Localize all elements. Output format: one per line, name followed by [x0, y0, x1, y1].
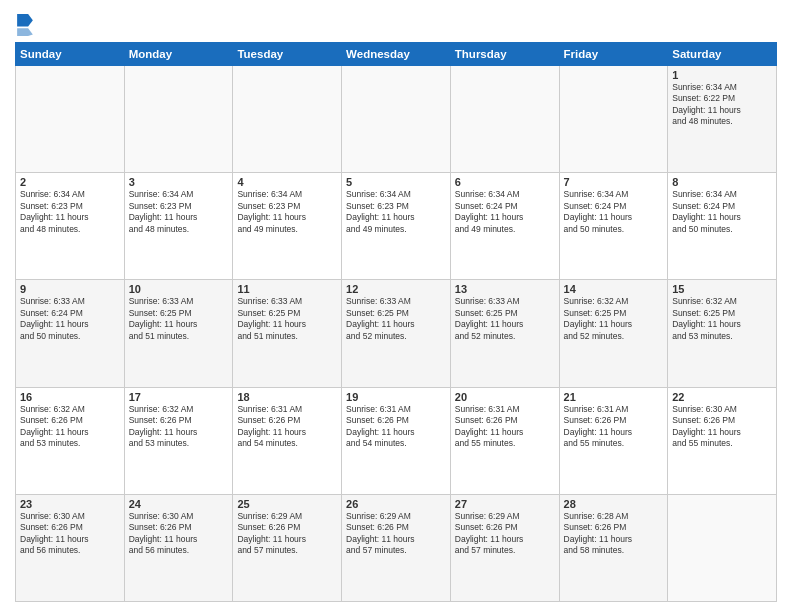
day-info: Sunrise: 6:33 AM Sunset: 6:25 PM Dayligh… [237, 296, 337, 342]
day-info: Sunrise: 6:30 AM Sunset: 6:26 PM Dayligh… [20, 511, 120, 557]
calendar-cell: 5Sunrise: 6:34 AM Sunset: 6:23 PM Daylig… [342, 173, 451, 280]
calendar-cell: 13Sunrise: 6:33 AM Sunset: 6:25 PM Dayli… [450, 280, 559, 387]
day-info: Sunrise: 6:28 AM Sunset: 6:26 PM Dayligh… [564, 511, 664, 557]
col-header-tuesday: Tuesday [233, 43, 342, 66]
day-number: 4 [237, 176, 337, 188]
calendar-cell: 27Sunrise: 6:29 AM Sunset: 6:26 PM Dayli… [450, 494, 559, 601]
day-info: Sunrise: 6:32 AM Sunset: 6:26 PM Dayligh… [129, 404, 229, 450]
calendar-cell: 10Sunrise: 6:33 AM Sunset: 6:25 PM Dayli… [124, 280, 233, 387]
day-number: 12 [346, 283, 446, 295]
day-number: 17 [129, 391, 229, 403]
calendar-cell: 19Sunrise: 6:31 AM Sunset: 6:26 PM Dayli… [342, 387, 451, 494]
calendar-cell [559, 66, 668, 173]
calendar: SundayMondayTuesdayWednesdayThursdayFrid… [15, 42, 777, 602]
col-header-wednesday: Wednesday [342, 43, 451, 66]
calendar-cell: 9Sunrise: 6:33 AM Sunset: 6:24 PM Daylig… [16, 280, 125, 387]
day-info: Sunrise: 6:31 AM Sunset: 6:26 PM Dayligh… [346, 404, 446, 450]
day-number: 11 [237, 283, 337, 295]
calendar-cell: 11Sunrise: 6:33 AM Sunset: 6:25 PM Dayli… [233, 280, 342, 387]
calendar-week-1: 1Sunrise: 6:34 AM Sunset: 6:22 PM Daylig… [16, 66, 777, 173]
calendar-header-row: SundayMondayTuesdayWednesdayThursdayFrid… [16, 43, 777, 66]
calendar-cell: 21Sunrise: 6:31 AM Sunset: 6:26 PM Dayli… [559, 387, 668, 494]
calendar-cell: 8Sunrise: 6:34 AM Sunset: 6:24 PM Daylig… [668, 173, 777, 280]
header [15, 10, 777, 36]
calendar-cell: 4Sunrise: 6:34 AM Sunset: 6:23 PM Daylig… [233, 173, 342, 280]
calendar-cell: 2Sunrise: 6:34 AM Sunset: 6:23 PM Daylig… [16, 173, 125, 280]
calendar-cell: 23Sunrise: 6:30 AM Sunset: 6:26 PM Dayli… [16, 494, 125, 601]
day-number: 23 [20, 498, 120, 510]
calendar-cell: 6Sunrise: 6:34 AM Sunset: 6:24 PM Daylig… [450, 173, 559, 280]
calendar-cell: 12Sunrise: 6:33 AM Sunset: 6:25 PM Dayli… [342, 280, 451, 387]
day-number: 3 [129, 176, 229, 188]
col-header-sunday: Sunday [16, 43, 125, 66]
page: SundayMondayTuesdayWednesdayThursdayFrid… [0, 0, 792, 612]
calendar-week-2: 2Sunrise: 6:34 AM Sunset: 6:23 PM Daylig… [16, 173, 777, 280]
day-info: Sunrise: 6:34 AM Sunset: 6:23 PM Dayligh… [237, 189, 337, 235]
calendar-cell: 15Sunrise: 6:32 AM Sunset: 6:25 PM Dayli… [668, 280, 777, 387]
day-info: Sunrise: 6:33 AM Sunset: 6:25 PM Dayligh… [455, 296, 555, 342]
day-number: 20 [455, 391, 555, 403]
day-info: Sunrise: 6:33 AM Sunset: 6:24 PM Dayligh… [20, 296, 120, 342]
day-info: Sunrise: 6:34 AM Sunset: 6:22 PM Dayligh… [672, 82, 772, 128]
day-info: Sunrise: 6:32 AM Sunset: 6:25 PM Dayligh… [672, 296, 772, 342]
day-number: 8 [672, 176, 772, 188]
day-info: Sunrise: 6:30 AM Sunset: 6:26 PM Dayligh… [672, 404, 772, 450]
day-number: 28 [564, 498, 664, 510]
day-info: Sunrise: 6:34 AM Sunset: 6:24 PM Dayligh… [672, 189, 772, 235]
calendar-cell [124, 66, 233, 173]
day-info: Sunrise: 6:31 AM Sunset: 6:26 PM Dayligh… [564, 404, 664, 450]
svg-marker-0 [17, 14, 33, 27]
calendar-cell [668, 494, 777, 601]
day-number: 15 [672, 283, 772, 295]
calendar-cell: 25Sunrise: 6:29 AM Sunset: 6:26 PM Dayli… [233, 494, 342, 601]
calendar-week-5: 23Sunrise: 6:30 AM Sunset: 6:26 PM Dayli… [16, 494, 777, 601]
calendar-cell: 20Sunrise: 6:31 AM Sunset: 6:26 PM Dayli… [450, 387, 559, 494]
logo-icon [17, 14, 33, 36]
day-info: Sunrise: 6:29 AM Sunset: 6:26 PM Dayligh… [237, 511, 337, 557]
calendar-cell: 3Sunrise: 6:34 AM Sunset: 6:23 PM Daylig… [124, 173, 233, 280]
calendar-cell [16, 66, 125, 173]
day-number: 2 [20, 176, 120, 188]
col-header-thursday: Thursday [450, 43, 559, 66]
day-number: 24 [129, 498, 229, 510]
day-number: 1 [672, 69, 772, 81]
day-number: 7 [564, 176, 664, 188]
calendar-cell: 7Sunrise: 6:34 AM Sunset: 6:24 PM Daylig… [559, 173, 668, 280]
col-header-friday: Friday [559, 43, 668, 66]
calendar-week-4: 16Sunrise: 6:32 AM Sunset: 6:26 PM Dayli… [16, 387, 777, 494]
calendar-cell: 22Sunrise: 6:30 AM Sunset: 6:26 PM Dayli… [668, 387, 777, 494]
day-number: 10 [129, 283, 229, 295]
day-number: 22 [672, 391, 772, 403]
calendar-cell: 14Sunrise: 6:32 AM Sunset: 6:25 PM Dayli… [559, 280, 668, 387]
day-number: 19 [346, 391, 446, 403]
day-info: Sunrise: 6:31 AM Sunset: 6:26 PM Dayligh… [455, 404, 555, 450]
day-number: 18 [237, 391, 337, 403]
logo [15, 14, 37, 36]
calendar-cell: 1Sunrise: 6:34 AM Sunset: 6:22 PM Daylig… [668, 66, 777, 173]
day-number: 6 [455, 176, 555, 188]
day-number: 9 [20, 283, 120, 295]
day-info: Sunrise: 6:30 AM Sunset: 6:26 PM Dayligh… [129, 511, 229, 557]
day-info: Sunrise: 6:32 AM Sunset: 6:25 PM Dayligh… [564, 296, 664, 342]
calendar-cell [342, 66, 451, 173]
day-info: Sunrise: 6:29 AM Sunset: 6:26 PM Dayligh… [455, 511, 555, 557]
day-number: 25 [237, 498, 337, 510]
day-info: Sunrise: 6:34 AM Sunset: 6:24 PM Dayligh… [455, 189, 555, 235]
calendar-cell: 26Sunrise: 6:29 AM Sunset: 6:26 PM Dayli… [342, 494, 451, 601]
day-info: Sunrise: 6:34 AM Sunset: 6:23 PM Dayligh… [346, 189, 446, 235]
calendar-cell: 24Sunrise: 6:30 AM Sunset: 6:26 PM Dayli… [124, 494, 233, 601]
day-number: 5 [346, 176, 446, 188]
calendar-cell: 28Sunrise: 6:28 AM Sunset: 6:26 PM Dayli… [559, 494, 668, 601]
day-info: Sunrise: 6:34 AM Sunset: 6:23 PM Dayligh… [129, 189, 229, 235]
day-info: Sunrise: 6:33 AM Sunset: 6:25 PM Dayligh… [346, 296, 446, 342]
day-number: 26 [346, 498, 446, 510]
day-number: 21 [564, 391, 664, 403]
day-info: Sunrise: 6:29 AM Sunset: 6:26 PM Dayligh… [346, 511, 446, 557]
calendar-cell [450, 66, 559, 173]
day-number: 14 [564, 283, 664, 295]
calendar-cell [233, 66, 342, 173]
day-number: 13 [455, 283, 555, 295]
day-info: Sunrise: 6:34 AM Sunset: 6:23 PM Dayligh… [20, 189, 120, 235]
day-info: Sunrise: 6:32 AM Sunset: 6:26 PM Dayligh… [20, 404, 120, 450]
calendar-cell: 17Sunrise: 6:32 AM Sunset: 6:26 PM Dayli… [124, 387, 233, 494]
